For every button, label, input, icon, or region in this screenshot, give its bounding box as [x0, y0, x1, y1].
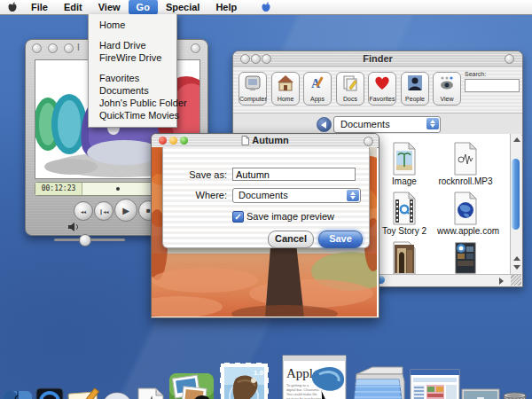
play-button[interactable]: ▶ — [114, 199, 137, 222]
vertical-scroll-thumb[interactable] — [512, 159, 520, 230]
person-icon — [402, 73, 428, 96]
file-item[interactable]: www.apple.com — [437, 192, 494, 236]
save-button[interactable]: Save — [318, 231, 363, 248]
dock-webpage-icon[interactable] — [410, 369, 460, 399]
windowshade-button[interactable] — [505, 54, 514, 64]
close-button[interactable] — [32, 43, 42, 53]
file-item[interactable]: rocknroll.MP3 — [437, 142, 494, 186]
toolbar-label: Apps — [310, 96, 325, 102]
toolbar-home-button[interactable]: Home — [271, 72, 300, 106]
menu-view[interactable]: View — [90, 0, 129, 14]
resize-grip[interactable] — [511, 275, 521, 286]
file-item[interactable]: Architecture — [376, 241, 433, 275]
quicktime-file-icon — [376, 192, 433, 225]
file-name: Toy Story 2 — [382, 226, 426, 236]
menu-help[interactable]: Help — [207, 0, 245, 14]
playhead[interactable] — [116, 187, 120, 191]
apple-logo-icon — [261, 2, 271, 12]
file-name: www.apple.com — [437, 226, 499, 236]
dock-notes-icon[interactable] — [67, 386, 103, 399]
go-menu-favorites[interactable]: Favorites — [89, 72, 176, 84]
window-title: Autumn — [152, 135, 379, 145]
popup-stepper-icon — [347, 190, 359, 201]
go-menu-documents[interactable]: Documents — [89, 84, 176, 97]
location-popup[interactable]: Documents — [333, 116, 441, 133]
menu-special[interactable]: Special — [158, 0, 208, 14]
go-menu-home[interactable]: Home — [89, 19, 176, 31]
dock-folder-icon[interactable] — [349, 362, 407, 399]
dock-photo-icon[interactable] — [461, 388, 500, 399]
home-icon — [272, 73, 299, 96]
volume-knob[interactable] — [79, 234, 91, 246]
back-button[interactable] — [317, 117, 332, 132]
scroll-up2-icon[interactable] — [513, 256, 520, 261]
toolbar-apps-button[interactable]: A Apps — [303, 72, 332, 106]
minimize-button[interactable] — [48, 43, 58, 53]
zoom-button[interactable] — [64, 43, 74, 53]
dock-trash-icon[interactable] — [500, 390, 529, 399]
scroll-up-icon[interactable] — [513, 137, 520, 142]
toolbar-computer-button[interactable]: Computer — [239, 72, 267, 106]
computer-icon — [239, 73, 266, 96]
dock-dvd-player-icon[interactable]: DVD — [101, 392, 133, 399]
toolbar-docs-button[interactable]: Docs — [336, 72, 364, 106]
toolbar-label: Docs — [343, 96, 357, 102]
document-icon — [241, 136, 249, 145]
toolbar-view-button[interactable]: View — [433, 72, 461, 106]
toolbar-label: Home — [278, 96, 294, 102]
scroll-right-icon[interactable] — [499, 278, 504, 285]
menu-edit[interactable]: Edit — [56, 0, 90, 14]
autumn-titlebar[interactable]: Autumn — [152, 134, 379, 148]
autumn-document-window[interactable]: Autumn Save as: — [151, 133, 379, 318]
file-item[interactable]: Outtake.mov — [437, 241, 494, 275]
dock-finder-icon[interactable] — [3, 388, 33, 399]
save-as-input[interactable] — [232, 168, 356, 181]
audio-file-icon — [437, 142, 494, 176]
dock-quicktime-icon[interactable] — [35, 387, 64, 399]
go-menu-dropdown: Home Hard Drive FireWire Drive Favorites… — [88, 14, 177, 128]
step-back-button[interactable]: ❙◂◂ — [94, 201, 113, 221]
save-as-label: Save as: — [174, 169, 227, 180]
search-label: Search: — [465, 71, 486, 77]
menu-go[interactable]: Go — [129, 0, 158, 14]
web-link-icon — [437, 192, 494, 225]
finder-toolbar: Computer Home A Apps Docs Favorites Peop… — [233, 66, 522, 113]
view-icon — [434, 73, 460, 96]
toolbar-favorites-button[interactable]: Favorites — [368, 72, 396, 106]
windowshade-button[interactable] — [191, 43, 200, 53]
scroll-down-icon[interactable] — [513, 265, 520, 270]
file-name: rocknroll.MP3 — [438, 176, 492, 186]
file-item[interactable]: Image — [376, 142, 433, 186]
vertical-scrollbar[interactable] — [510, 134, 521, 275]
back-arrow-icon — [321, 121, 326, 129]
dock-audio-file-icon[interactable] — [135, 387, 167, 399]
finder-titlebar[interactable]: Finder — [233, 51, 522, 66]
stamp-version-label: 1.0 — [254, 369, 264, 377]
docs-icon — [337, 73, 364, 96]
save-preview-checkbox[interactable]: ✓ — [232, 211, 244, 223]
go-menu-quicktime-movies[interactable]: QuickTime Movies — [89, 109, 176, 121]
go-menu-johns-public-folder[interactable]: John's Public Folder — [89, 97, 176, 109]
go-menu-hard-drive[interactable]: Hard Drive — [89, 39, 176, 51]
file-item[interactable]: Toy Story 2 — [376, 192, 433, 236]
dock-image-capture-icon[interactable] — [168, 370, 215, 399]
windowshade-button[interactable] — [364, 137, 373, 146]
menu-bar: File Edit View Go Special Help — [0, 0, 532, 15]
location-label: Documents — [340, 119, 390, 129]
dock: DVD 1.0 Apple To — [0, 328, 532, 399]
search-input[interactable] — [465, 79, 520, 92]
window-title: I — [77, 43, 80, 52]
cancel-button[interactable]: Cancel — [268, 231, 314, 248]
menu-separator — [89, 31, 176, 39]
dock-mail-icon[interactable]: 1.0 — [220, 363, 269, 399]
go-menu-firewire-drive[interactable]: FireWire Drive — [89, 51, 176, 64]
apple-menu-icon[interactable] — [7, 2, 18, 12]
architecture-image-icon — [376, 241, 433, 275]
dock-apple-website-icon[interactable]: Apple To getting to adigital bar. Charis… — [282, 355, 347, 399]
movie-file-icon — [437, 241, 494, 275]
where-popup[interactable]: Documents — [232, 188, 361, 203]
menu-file[interactable]: File — [23, 0, 56, 14]
volume-slider[interactable] — [54, 239, 125, 241]
toolbar-people-button[interactable]: People — [401, 72, 429, 106]
rewind-button[interactable]: ◂◂ — [74, 201, 93, 221]
